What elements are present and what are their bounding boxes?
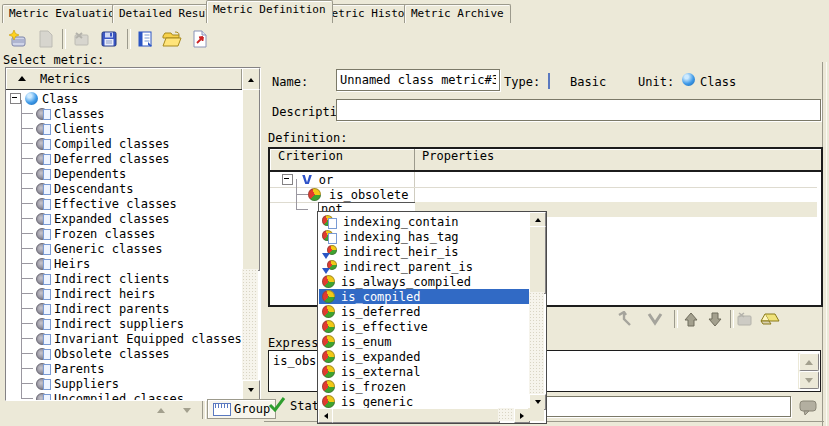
name-input[interactable] [336,69,500,91]
metric-tree-header[interactable]: Metrics [6,68,242,90]
tree-item[interactable]: Parents [6,361,238,376]
arrow-down-icon [183,408,191,413]
metric-icon [36,377,51,390]
tree-item[interactable]: Expanded classes [6,211,238,226]
dropdown-item[interactable]: is_expanded [319,349,531,364]
dropdown-item[interactable]: is_external [319,364,531,379]
dropdown-item[interactable]: is_effective [319,319,531,334]
dropdown-scrollbar-thumb[interactable] [529,226,546,294]
dropdown-item-selected[interactable]: is_compiled [319,289,531,304]
dropdown-item[interactable]: is_frozen [319,379,531,394]
move-metric-down-button[interactable] [176,400,198,420]
tree-scrollbar-thumb[interactable] [242,89,260,271]
tree-item[interactable]: Frozen classes [6,226,238,241]
dropdown-hscrollbar-thumb[interactable] [332,408,500,423]
expression-text: is_obs [273,354,316,368]
import-metrics-button[interactable] [133,27,157,51]
delete-criterion-button[interactable] [734,308,756,330]
comment-button[interactable] [796,396,820,418]
tree-item[interactable]: Effective classes [6,196,238,211]
tree-item[interactable]: Obsolete classes [6,346,238,361]
tree-item[interactable]: Indirect clients [6,271,238,286]
metric-icon [36,257,51,270]
criterion-row-is-obsolete[interactable]: is_obsolete [270,187,817,203]
properties-column-header[interactable]: Properties [422,149,494,163]
delete-metric-button[interactable] [70,27,94,51]
tree-item[interactable]: Compiled classes [6,136,238,151]
arrow-up-icon [157,408,165,413]
tree-item[interactable]: Indirect heirs [6,286,238,301]
erase-criterion-icon [760,312,780,326]
move-criterion-down-button[interactable] [704,308,726,330]
criterion-toolbar [600,308,820,330]
dropdown-item[interactable]: indexing_contain [319,214,531,229]
dropdown-item[interactable]: is_enum [319,334,531,349]
expression-scroll-down-button[interactable] [799,371,819,389]
promote-criterion-icon [616,311,634,327]
tree-item[interactable]: Generic classes [6,241,238,256]
group-toggle-button[interactable]: Group [207,399,276,419]
metric-icon [36,332,51,345]
open-metric-file-button[interactable] [160,27,184,51]
save-metric-button[interactable] [97,27,121,51]
erase-criterion-button[interactable] [758,308,782,330]
move-metric-up-button[interactable] [150,400,172,420]
criterion-pie-icon [322,275,335,288]
dropdown-item[interactable]: is_always_compiled [319,274,531,289]
arrow-up-icon [805,360,813,365]
criterion-pie-icon [308,188,321,201]
duplicate-metric-button[interactable] [33,27,57,51]
export-metrics-button[interactable] [188,27,212,51]
move-criterion-down-icon [708,312,722,327]
tab-bar: Metric Evaluation Detailed Result Metric… [0,0,829,24]
tree-item[interactable]: Suppliers [6,376,238,391]
dropdown-item[interactable]: indexing_has_tag [319,229,531,244]
dropdown-item[interactable]: indirect_heir_is [319,244,531,259]
criterion-column-header[interactable]: Criterion [278,149,343,163]
tree-item[interactable]: Heirs [6,256,238,271]
name-label: Name: [272,75,308,89]
tree-root-class[interactable]: Class [6,91,238,106]
metric-icon [36,122,51,135]
tree-item[interactable]: Deferred classes [6,151,238,166]
tab-metric-evaluation[interactable]: Metric Evaluation [2,4,129,23]
tree-item[interactable]: Indirect suppliers [6,316,238,331]
metric-icon [36,107,51,120]
tree-scroll-up-button[interactable] [242,68,260,91]
move-criterion-up-icon [684,312,698,327]
tree-item[interactable]: Indirect parents [6,301,238,316]
tree-scroll-down-button[interactable] [242,380,260,400]
description-input[interactable] [336,99,821,121]
tree-item[interactable]: Dependents [6,166,238,181]
tab-metric-archive[interactable]: Metric Archive [404,4,511,23]
tree-item[interactable]: Invariant Equipped classes [6,331,238,346]
new-metric-button[interactable] [6,27,30,51]
dropdown-scrollbar-track[interactable] [529,292,544,394]
dropdown-item[interactable]: is_deferred [319,304,531,319]
ruler-icon [548,73,550,89]
move-criterion-up-button[interactable] [680,308,702,330]
promote-criterion-button[interactable] [614,308,636,330]
type-label: Type: [504,75,540,89]
tree-item[interactable]: Clients [6,121,238,136]
expression-scroll-up-button[interactable] [799,353,819,371]
tree-item[interactable]: Uncompiled classes [6,391,238,401]
collapse-icon[interactable] [10,93,21,104]
dropdown-item[interactable]: indirect_parent_is [319,259,531,274]
criterion-row-or[interactable]: V or [270,172,817,188]
delete-metric-icon [72,29,92,49]
tree-scrollbar-track[interactable] [242,269,258,380]
metric-icon [36,167,51,180]
metric-icon [36,182,51,195]
dropdown-item[interactable]: is_generic [319,394,531,409]
dropdown-hscrollbar-track[interactable] [498,408,514,421]
scrollbar-corner [528,408,544,421]
arrow-up-icon [535,218,541,222]
demote-criterion-button[interactable] [644,308,666,330]
import-metrics-icon [135,29,155,49]
tree-item[interactable]: Classes [6,106,238,121]
collapse-icon[interactable] [282,174,293,185]
arrow-down-icon [248,388,254,392]
tab-metric-definition[interactable]: Metric Definition [206,0,333,23]
tree-item[interactable]: Descendants [6,181,238,196]
